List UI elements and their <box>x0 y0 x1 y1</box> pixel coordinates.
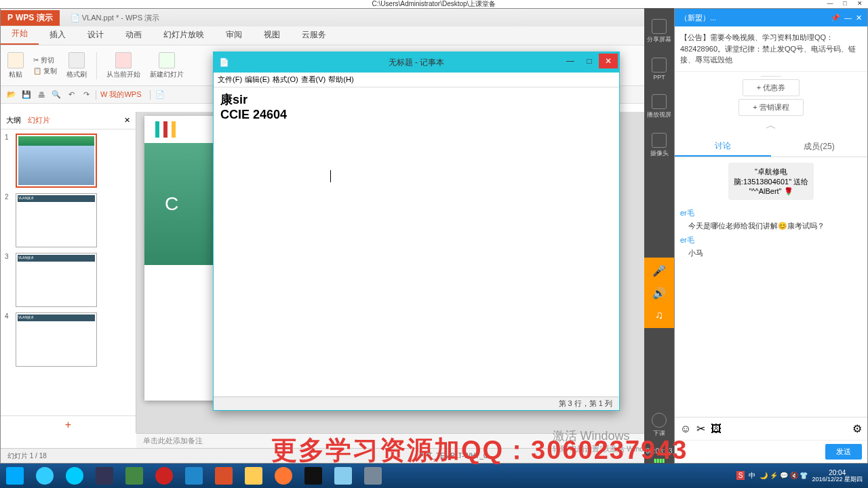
notepad-status: 第 3 行，第 1 列 <box>214 396 619 410</box>
app-icon-4[interactable] <box>179 464 209 488</box>
chat-minimize[interactable]: — <box>844 14 852 22</box>
chat-titlebar[interactable]: （新盟）... 📌 — ✕ <box>675 9 867 26</box>
menu-help[interactable]: 帮助(H) <box>328 75 353 85</box>
add-slide-button[interactable]: + <box>1 415 136 433</box>
thumbnail-3[interactable]: VLAN技术 <box>16 253 97 307</box>
np-minimize[interactable]: — <box>561 54 580 68</box>
tab-review[interactable]: 审阅 <box>215 25 253 45</box>
chat-panel: （新盟）... 📌 — ✕ 【公告】需要今晚视频、学习资料加助理QQ：48242… <box>674 8 868 464</box>
open-icon[interactable]: 📂 <box>6 89 17 100</box>
music-icon[interactable]: ♫ <box>655 309 663 321</box>
image-icon[interactable]: 🖼 <box>711 423 722 435</box>
ie-icon[interactable] <box>30 464 60 488</box>
preview-icon[interactable]: 🔍 <box>51 89 62 100</box>
coupon-button[interactable]: + 优惠券 <box>743 79 800 96</box>
undo-icon[interactable]: ↶ <box>66 89 77 100</box>
np-maximize[interactable]: □ <box>580 54 599 68</box>
msg-text: 小马 <box>688 248 862 258</box>
minimize-btn[interactable]: — <box>823 0 837 7</box>
save-icon[interactable]: 💾 <box>21 89 32 100</box>
menu-file[interactable]: 文件(F) <box>218 75 242 85</box>
app-icon-3[interactable] <box>149 464 179 488</box>
tab-start[interactable]: 开始 <box>1 24 39 45</box>
system-msg: "卓航修电脑:13513804601" 送给"^^AlBert" 🌹 <box>728 163 814 200</box>
course-button[interactable]: + 营销课程 <box>738 99 803 116</box>
paste-button[interactable]: 粘贴 <box>7 52 24 79</box>
close-btn[interactable]: ✕ <box>853 0 867 7</box>
system-tray[interactable]: S 中 🌙 ⚡ 💬 🔇 👕 20:04 2016/12/22 星期四 <box>731 469 868 483</box>
my-wps-link[interactable]: W 我的WPS <box>100 89 142 100</box>
app-icon-2[interactable] <box>119 464 149 488</box>
explorer-icon[interactable] <box>239 464 269 488</box>
new-slide-button[interactable]: 新建幻灯片 <box>150 52 184 79</box>
np-close[interactable]: ✕ <box>599 54 618 68</box>
play-button[interactable]: 播放视屏 <box>647 87 671 126</box>
tab-insert[interactable]: 插入 <box>39 25 77 45</box>
tab-cloud[interactable]: 云服务 <box>291 25 337 45</box>
chat-notice: 【公告】需要今晚视频、学习资料加助理QQ：482428960。课堂纪律：禁止发Q… <box>675 26 867 72</box>
notepad-titlebar[interactable]: 📄 无标题 - 记事本 — □ ✕ <box>214 52 619 73</box>
doc-tab[interactable]: 📄 VLAN.ppt * - WPS 演示 <box>65 11 165 25</box>
send-button[interactable]: 发送 <box>825 444 862 460</box>
chat-messages[interactable]: "卓航修电脑:13513804601" 送给"^^AlBert" 🌹 er毛 今… <box>675 157 867 418</box>
msg-user: er毛 <box>680 208 862 218</box>
pin-icon[interactable]: 📌 <box>831 14 840 22</box>
browser-icon[interactable] <box>60 464 90 488</box>
wps-task-icon[interactable] <box>209 464 239 488</box>
menu-edit[interactable]: 编辑(E) <box>245 75 270 85</box>
audio-strip: 🎤 🔊 ♫ <box>644 258 674 328</box>
desktop-path-bar: C:\Users\Administrator\Desktop\上课堂备 — □ … <box>0 0 868 8</box>
class-control-bar: 分享屏幕 PPT 播放视屏 摄像头 下课 00:03:23 ▮▮▮▮ <box>644 8 674 464</box>
menu-format[interactable]: 格式(O) <box>273 75 298 85</box>
text-cursor <box>330 170 331 182</box>
thumbnail-2[interactable]: VLAN技术 <box>16 193 97 247</box>
msg-text: 今天是哪位老师给我们讲解😊康考试吗？ <box>688 221 862 231</box>
tray-lang-icon[interactable]: 中 <box>749 471 755 481</box>
cut-button[interactable]: ✂ 剪切 <box>33 56 57 65</box>
chat-input-bar: ☺ ✂ 🖼 ⚙ <box>675 417 867 440</box>
slide-panel: 大纲 幻灯片 ✕ 1 2VLAN技术 3VLAN技术 4VLAN技术 + <box>1 112 136 433</box>
notepad-content[interactable]: 康sir CCIE 24604 <box>214 87 619 395</box>
tab-animation[interactable]: 动画 <box>115 25 153 45</box>
notepad-window: 📄 无标题 - 记事本 — □ ✕ 文件(F) 编辑(E) 格式(O) 查看(V… <box>213 52 620 411</box>
speaker-icon[interactable]: 🔊 <box>652 287 666 300</box>
menu-view[interactable]: 查看(V) <box>301 75 326 85</box>
redo-icon[interactable]: ↷ <box>81 89 92 100</box>
thumbnail-4[interactable]: VLAN技术 <box>16 312 97 367</box>
tab-design[interactable]: 设计 <box>77 25 115 45</box>
thumbnail-list[interactable]: 1 2VLAN技术 3VLAN技术 4VLAN技术 <box>1 129 136 415</box>
print-icon[interactable]: 🖶 <box>36 89 47 100</box>
tab-slideshow[interactable]: 幻灯片放映 <box>153 25 215 45</box>
msg-user: er毛 <box>680 235 862 245</box>
start-button[interactable] <box>0 464 30 488</box>
scissors-icon[interactable]: ✂ <box>696 422 705 435</box>
ppt-button[interactable]: PPT <box>652 51 667 87</box>
notepad-menu: 文件(F) 编辑(E) 格式(O) 查看(V) 帮助(H) <box>214 73 619 87</box>
maximize-btn[interactable]: □ <box>838 0 852 7</box>
outline-tab[interactable]: 大纲 <box>6 115 21 125</box>
app-icon-1[interactable] <box>90 464 119 488</box>
gear-icon[interactable]: ⚙ <box>852 422 862 435</box>
tray-ime-icon[interactable]: S <box>736 471 745 480</box>
close-panel-icon[interactable]: ✕ <box>124 116 130 125</box>
thumbnail-1[interactable] <box>16 134 97 188</box>
format-painter-button[interactable]: 格式刷 <box>66 52 87 79</box>
doc-icon[interactable]: 📄 <box>155 89 165 100</box>
chat-close[interactable]: ✕ <box>856 14 862 22</box>
watermark-overlay: 更多学习资源加QQ：3060237943 <box>271 433 688 468</box>
share-screen-button[interactable]: 分享屏幕 <box>647 12 671 51</box>
members-tab[interactable]: 成员(25) <box>771 137 867 157</box>
tab-view[interactable]: 视图 <box>253 25 291 45</box>
slides-tab[interactable]: 幻灯片 <box>28 115 50 125</box>
mic-icon[interactable]: 🎤 <box>652 264 666 277</box>
from-current-button[interactable]: 从当前开始 <box>106 52 140 79</box>
collapse-icon[interactable]: ︿ <box>766 119 776 133</box>
discuss-tab[interactable]: 讨论 <box>675 137 771 157</box>
camera-button[interactable]: 摄像头 <box>650 126 669 165</box>
copy-button[interactable]: 📋 复制 <box>33 66 57 76</box>
